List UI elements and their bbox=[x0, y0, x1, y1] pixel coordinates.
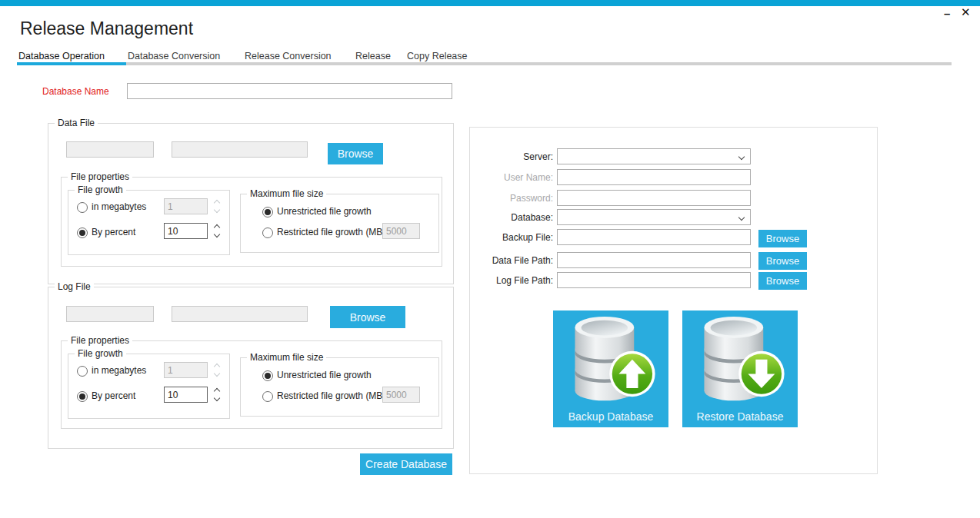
log-in-megabytes-radio[interactable] bbox=[77, 366, 88, 377]
page-title: Release Management bbox=[20, 18, 193, 39]
data-in-megabytes-radio[interactable] bbox=[77, 202, 88, 213]
data-file-properties-title: File properties bbox=[68, 171, 132, 182]
tab-copy-release[interactable]: Copy Release bbox=[407, 51, 468, 61]
release-management-window: – ✕ Release Management Database Operatio… bbox=[0, 0, 980, 518]
title-accent-bar bbox=[0, 0, 980, 6]
backup-database-label: Backup Database bbox=[553, 410, 668, 423]
log-max-file-size-title: Maximum file size bbox=[247, 352, 326, 363]
data-megabytes-spinner-arrows-icon bbox=[212, 201, 222, 212]
tab-database-conversion[interactable]: Database Conversion bbox=[128, 51, 220, 61]
server-label: Server: bbox=[470, 151, 553, 162]
chevron-down-icon bbox=[738, 154, 745, 160]
log-file-path-field[interactable] bbox=[557, 272, 751, 288]
log-by-percent-radio[interactable] bbox=[77, 391, 88, 402]
data-max-file-size-title: Maximum file size bbox=[247, 188, 326, 199]
password-label: Password: bbox=[470, 193, 553, 204]
log-max-file-size-group: Maximum file size Unrestricted file grow… bbox=[240, 357, 439, 417]
data-restricted-label[interactable]: Restricted file growth (MB) bbox=[277, 227, 385, 237]
restore-database-label: Restore Database bbox=[682, 410, 798, 423]
user-name-input[interactable] bbox=[557, 169, 751, 185]
log-file-properties-group: File properties File growth in megabytes… bbox=[61, 340, 442, 429]
data-file-path-label: Data File Path: bbox=[470, 255, 553, 266]
data-restricted-value-input bbox=[382, 223, 420, 239]
tab-strip-divider bbox=[126, 62, 952, 65]
log-file-growth-title: File growth bbox=[75, 348, 126, 359]
chevron-down-icon bbox=[738, 214, 745, 221]
data-by-percent-radio[interactable] bbox=[77, 227, 88, 238]
log-by-percent-label[interactable]: By percent bbox=[92, 390, 135, 401]
log-file-group: Log File Browse File properties File gro… bbox=[48, 287, 454, 449]
tab-release-conversion[interactable]: Release Conversion bbox=[245, 51, 332, 61]
database-name-input[interactable] bbox=[127, 83, 452, 99]
database-label: Database: bbox=[470, 212, 553, 223]
backup-file-browse-button[interactable]: Browse bbox=[758, 230, 807, 247]
log-restricted-radio[interactable] bbox=[262, 391, 273, 402]
data-by-percent-label[interactable]: By percent bbox=[92, 227, 135, 237]
log-file-properties-title: File properties bbox=[68, 335, 132, 346]
close-button[interactable]: ✕ bbox=[961, 6, 971, 18]
data-unrestricted-radio[interactable] bbox=[262, 207, 273, 217]
log-megabytes-value-input bbox=[164, 362, 208, 378]
database-restore-icon bbox=[691, 314, 789, 407]
password-input[interactable] bbox=[557, 190, 751, 206]
restore-database-button[interactable]: Restore Database bbox=[682, 310, 798, 427]
log-file-name-input bbox=[66, 306, 154, 322]
database-backup-icon bbox=[562, 314, 660, 407]
backup-file-input[interactable] bbox=[557, 229, 751, 245]
backup-database-button[interactable]: Backup Database bbox=[553, 310, 668, 427]
log-percent-value-input[interactable] bbox=[164, 387, 208, 403]
user-name-label: User Name: bbox=[470, 172, 553, 183]
data-file-name-input bbox=[66, 141, 154, 158]
data-percent-spinner-arrows-icon[interactable] bbox=[212, 225, 222, 237]
log-in-megabytes-label[interactable]: in megabytes bbox=[92, 365, 146, 376]
data-file-group: Data File Browse File properties File gr… bbox=[48, 123, 454, 284]
data-file-path-browse-button[interactable]: Browse bbox=[758, 252, 807, 270]
log-file-growth-group: File growth in megabytes By percent bbox=[68, 354, 230, 419]
backup-file-label: Backup File: bbox=[470, 232, 553, 243]
log-restricted-label[interactable]: Restricted file growth (MB) bbox=[277, 390, 385, 401]
database-combobox[interactable] bbox=[557, 209, 751, 225]
log-percent-spinner-arrows-icon[interactable] bbox=[212, 389, 222, 400]
data-file-path-field[interactable] bbox=[557, 252, 751, 268]
log-unrestricted-label[interactable]: Unrestricted file growth bbox=[277, 370, 372, 380]
data-file-growth-title: File growth bbox=[75, 184, 126, 195]
data-max-file-size-group: Maximum file size Unrestricted file grow… bbox=[240, 194, 439, 253]
log-restricted-value-input bbox=[382, 387, 420, 403]
minimize-button[interactable]: – bbox=[944, 8, 950, 19]
log-megabytes-spinner-arrows-icon bbox=[212, 364, 222, 376]
log-file-path-input bbox=[172, 306, 308, 322]
database-name-label: Database Name bbox=[42, 86, 109, 97]
data-percent-value-input[interactable] bbox=[164, 223, 208, 239]
data-file-group-title: Data File bbox=[55, 118, 98, 128]
active-tab-underline bbox=[17, 62, 126, 65]
log-file-group-title: Log File bbox=[55, 281, 94, 292]
backup-restore-panel: Server: User Name: Password: Database: B… bbox=[469, 127, 878, 474]
tab-database-operation[interactable]: Database Operation bbox=[18, 51, 105, 61]
create-database-button[interactable]: Create Database bbox=[360, 453, 452, 475]
log-unrestricted-radio[interactable] bbox=[262, 370, 273, 381]
log-file-browse-button[interactable]: Browse bbox=[330, 306, 405, 328]
data-file-growth-group: File growth in megabytes By percent bbox=[68, 190, 230, 255]
data-restricted-radio[interactable] bbox=[262, 227, 273, 238]
data-megabytes-value-input bbox=[164, 198, 208, 214]
server-combobox[interactable] bbox=[557, 148, 751, 164]
data-unrestricted-label[interactable]: Unrestricted file growth bbox=[277, 206, 372, 217]
log-file-path-label: Log File Path: bbox=[470, 275, 553, 286]
data-file-path-input bbox=[172, 141, 308, 158]
log-file-path-browse-button[interactable]: Browse bbox=[758, 272, 807, 290]
data-file-browse-button[interactable]: Browse bbox=[328, 143, 383, 164]
data-file-properties-group: File properties File growth in megabytes… bbox=[61, 177, 442, 267]
data-in-megabytes-label[interactable]: in megabytes bbox=[92, 201, 146, 212]
tab-release[interactable]: Release bbox=[355, 51, 391, 61]
